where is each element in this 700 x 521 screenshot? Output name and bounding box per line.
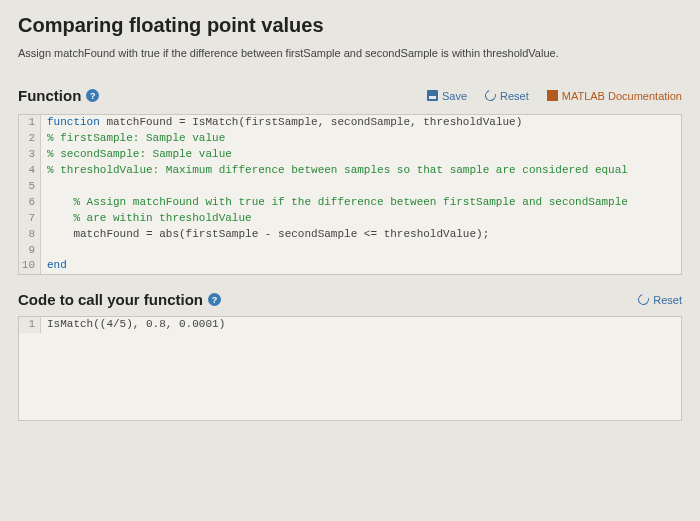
call-code-editor[interactable]: 1IsMatch((4/5), 0.8, 0.0001) <box>18 316 682 421</box>
code-line <box>41 179 47 195</box>
call-toolbar: Reset <box>638 294 682 306</box>
code-line: matchFound = abs(firstSample - secondSam… <box>41 227 489 243</box>
line-number: 8 <box>19 227 41 243</box>
reset-label: Reset <box>500 90 529 102</box>
function-section-label: Function ? <box>18 87 99 104</box>
docs-icon <box>547 90 558 101</box>
line-number: 2 <box>19 131 41 147</box>
reset-call-button[interactable]: Reset <box>638 294 682 306</box>
function-toolbar: Save Reset MATLAB Documentation <box>427 90 682 102</box>
docs-label: MATLAB Documentation <box>562 90 682 102</box>
code-line: function matchFound = IsMatch(firstSampl… <box>41 115 522 131</box>
help-icon[interactable]: ? <box>208 293 221 306</box>
code-line: % Assign matchFound with true if the dif… <box>41 195 628 211</box>
instructions-text: Assign matchFound with true if the diffe… <box>18 47 682 59</box>
save-button[interactable]: Save <box>427 90 467 102</box>
function-label-text: Function <box>18 87 81 104</box>
docs-link[interactable]: MATLAB Documentation <box>547 90 682 102</box>
call-section-label: Code to call your function ? <box>18 291 221 308</box>
function-code-editor[interactable]: 1function matchFound = IsMatch(firstSamp… <box>18 114 682 275</box>
code-line: IsMatch((4/5), 0.8, 0.0001) <box>41 317 225 333</box>
reset-icon <box>483 88 498 103</box>
code-line <box>41 243 47 259</box>
reset-icon <box>636 292 651 307</box>
line-number: 4 <box>19 163 41 179</box>
line-number: 1 <box>19 115 41 131</box>
save-icon <box>427 90 438 101</box>
page-title: Comparing floating point values <box>18 14 682 37</box>
save-label: Save <box>442 90 467 102</box>
reset-call-label: Reset <box>653 294 682 306</box>
line-number: 9 <box>19 243 41 259</box>
line-number: 3 <box>19 147 41 163</box>
line-number: 6 <box>19 195 41 211</box>
call-label-text: Code to call your function <box>18 291 203 308</box>
line-number: 10 <box>19 258 41 274</box>
reset-button[interactable]: Reset <box>485 90 529 102</box>
line-number: 7 <box>19 211 41 227</box>
code-line: % firstSample: Sample value <box>41 131 225 147</box>
code-line: end <box>41 258 67 274</box>
line-number: 1 <box>19 317 41 333</box>
code-line: % are within thresholdValue <box>41 211 252 227</box>
code-line: % thresholdValue: Maximum difference bet… <box>41 163 628 179</box>
code-line: % secondSample: Sample value <box>41 147 232 163</box>
help-icon[interactable]: ? <box>86 89 99 102</box>
line-number: 5 <box>19 179 41 195</box>
